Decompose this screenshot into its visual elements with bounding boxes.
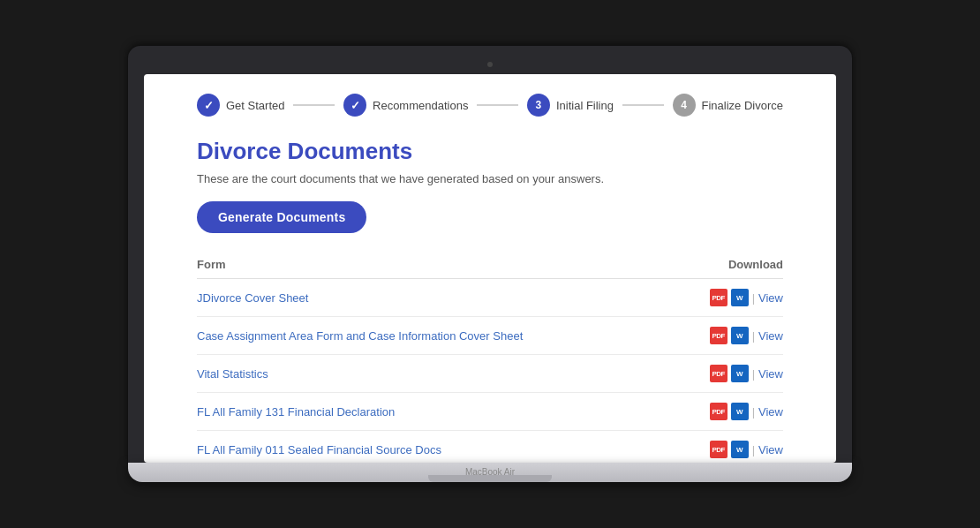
step-initial-filing[interactable]: 3 Initial Filing [527, 94, 614, 117]
form-name-cell[interactable]: Vital Statistics [197, 355, 675, 393]
download-cell: PDFW|View [675, 431, 783, 464]
pipe-separator: | [752, 443, 755, 456]
form-name-cell[interactable]: JDivorce Cover Sheet [197, 279, 675, 317]
step-get-started[interactable]: ✓ Get Started [197, 94, 284, 117]
brand-label: MacBook Air [465, 467, 515, 477]
step-label-2: Recommendations [373, 99, 468, 112]
word-icon[interactable]: W [731, 403, 749, 420]
pipe-separator: | [752, 367, 755, 381]
step-connector-3 [622, 104, 664, 106]
view-link[interactable]: View [758, 443, 783, 456]
table-row: JDivorce Cover SheetPDFW|View [197, 279, 783, 317]
pdf-icon[interactable]: PDF [710, 289, 727, 306]
download-cell: PDFW|View [675, 279, 783, 317]
download-cell: PDFW|View [675, 317, 783, 355]
laptop-shell: ✓ Get Started ✓ Recommendations [128, 46, 852, 482]
step-label-1: Get Started [226, 99, 284, 112]
laptop-base: MacBook Air [128, 463, 852, 482]
form-name-cell[interactable]: FL All Family 131 Financial Declaration [197, 393, 675, 431]
col-download-header: Download [675, 253, 783, 279]
step-circle-1: ✓ [197, 94, 220, 117]
download-cell: PDFW|View [675, 355, 783, 393]
page-subtitle: These are the court documents that we ha… [197, 172, 783, 185]
step-number-4: 4 [681, 99, 687, 111]
documents-table: Form Download JDivorce Cover SheetPDFW|V… [197, 253, 783, 463]
step-finalize-divorce[interactable]: 4 Finalize Divorce [673, 94, 783, 117]
pipe-separator: | [752, 291, 755, 305]
checkmark-icon-1: ✓ [204, 99, 214, 112]
camera [487, 62, 493, 67]
step-number-3: 3 [536, 99, 542, 111]
form-name-cell[interactable]: Case Assignment Area Form and Case Infor… [197, 317, 675, 355]
step-connector-2 [477, 104, 518, 106]
screen: ✓ Get Started ✓ Recommendations [144, 74, 836, 463]
word-icon[interactable]: W [731, 289, 749, 306]
pipe-separator: | [752, 329, 755, 343]
screen-content: ✓ Get Started ✓ Recommendations [144, 74, 836, 463]
progress-bar: ✓ Get Started ✓ Recommendations [197, 94, 783, 117]
generate-documents-button[interactable]: Generate Documents [197, 201, 366, 233]
step-circle-3: 3 [527, 94, 550, 117]
step-circle-2: ✓ [343, 94, 366, 117]
step-circle-4: 4 [673, 94, 696, 117]
word-icon[interactable]: W [731, 441, 749, 458]
page-title: Divorce Documents [197, 138, 783, 165]
word-icon[interactable]: W [731, 327, 749, 344]
table-row: FL All Family 011 Sealed Financial Sourc… [197, 431, 783, 464]
view-link[interactable]: View [758, 329, 783, 343]
pdf-icon[interactable]: PDF [710, 327, 727, 344]
step-connector-1 [293, 104, 335, 106]
view-link[interactable]: View [758, 367, 783, 381]
form-name-cell[interactable]: FL All Family 011 Sealed Financial Sourc… [197, 431, 675, 464]
download-cell: PDFW|View [675, 393, 783, 431]
checkmark-icon-2: ✓ [351, 99, 360, 112]
pdf-icon[interactable]: PDF [710, 403, 727, 420]
pipe-separator: | [752, 405, 755, 419]
screen-bezel: ✓ Get Started ✓ Recommendations [128, 46, 852, 463]
view-link[interactable]: View [758, 291, 783, 305]
step-label-3: Initial Filing [556, 99, 614, 112]
step-label-4: Finalize Divorce [702, 99, 783, 112]
table-row: Vital StatisticsPDFW|View [197, 355, 783, 393]
word-icon[interactable]: W [731, 365, 749, 382]
pdf-icon[interactable]: PDF [710, 365, 727, 382]
table-row: Case Assignment Area Form and Case Infor… [197, 317, 783, 355]
pdf-icon[interactable]: PDF [710, 441, 727, 458]
step-recommendations[interactable]: ✓ Recommendations [343, 94, 468, 117]
col-form-header: Form [197, 253, 675, 279]
table-row: FL All Family 131 Financial DeclarationP… [197, 393, 783, 431]
view-link[interactable]: View [758, 405, 783, 419]
